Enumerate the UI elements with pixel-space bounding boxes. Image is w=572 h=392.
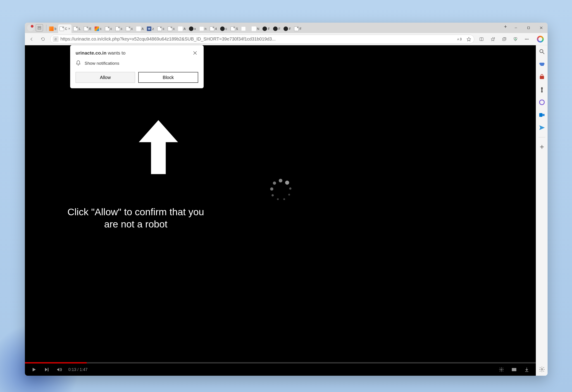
sidebar-outlook-icon[interactable]	[539, 112, 545, 118]
permission-close-button[interactable]	[192, 50, 198, 56]
tab[interactable]: b	[48, 24, 58, 33]
tab-favicon	[262, 27, 267, 31]
tab-label: b	[55, 27, 56, 31]
tab-label: C	[65, 27, 67, 31]
tab[interactable]: c	[156, 24, 166, 33]
tab-label: F	[289, 27, 291, 31]
back-button[interactable]	[28, 35, 36, 43]
read-aloud-button[interactable]: A	[456, 36, 462, 42]
copilot-icon	[537, 36, 544, 43]
play-button[interactable]	[30, 366, 38, 373]
svg-point-21	[528, 39, 528, 39]
favorite-button[interactable]	[466, 36, 472, 42]
tab[interactable]: C×	[58, 24, 71, 33]
tab-label: c	[226, 27, 227, 31]
collections-button[interactable]	[500, 35, 508, 43]
minimize-button[interactable]	[509, 23, 522, 33]
tab-favicon	[241, 27, 246, 31]
tab[interactable]: A	[177, 24, 187, 33]
svg-rect-4	[528, 27, 530, 29]
tab[interactable]: c	[114, 24, 124, 33]
tab[interactable]: S	[229, 24, 239, 33]
sidebar-tools-icon[interactable]	[539, 74, 545, 80]
tab[interactable]	[240, 24, 250, 33]
tab-close-button[interactable]: ×	[68, 27, 70, 31]
window-controls	[509, 23, 548, 33]
tab[interactable]: 4	[208, 24, 218, 33]
refresh-button[interactable]	[39, 35, 47, 43]
svg-point-19	[525, 39, 526, 39]
tab[interactable]: c	[93, 24, 103, 33]
svg-marker-23	[32, 368, 36, 371]
tab[interactable]: F	[293, 24, 303, 33]
svg-point-27	[501, 369, 502, 370]
address-bar[interactable]: https://urinacte.co.in/click.php?key=x52…	[50, 35, 474, 44]
edge-sidebar	[536, 45, 548, 376]
tab[interactable]: E	[82, 24, 93, 33]
sidebar-shopping-icon[interactable]	[539, 61, 545, 67]
video-progress-bar[interactable]	[25, 362, 536, 363]
tab[interactable]: x	[188, 24, 198, 33]
tab-favicon	[273, 27, 278, 31]
tab[interactable]: c	[219, 24, 229, 33]
maximize-button[interactable]	[522, 23, 535, 33]
svg-rect-28	[512, 368, 516, 371]
tab-favicon	[199, 27, 204, 31]
settings-menu-button[interactable]	[523, 35, 531, 43]
tab[interactable]: F	[282, 24, 292, 33]
tab[interactable]: F	[261, 24, 271, 33]
tab[interactable]: N	[250, 24, 261, 33]
tab[interactable]: c	[125, 24, 134, 33]
tab[interactable]: Wz	[145, 24, 156, 33]
block-button[interactable]: Block	[138, 72, 198, 83]
video-duration: 1:47	[80, 367, 88, 372]
sidebar-send-icon[interactable]	[539, 125, 545, 131]
browser-window: bC×LEccccAWzccAxn4cSNFFFF + https://urin…	[25, 23, 548, 376]
next-button[interactable]	[43, 366, 50, 373]
sidebar-office-icon[interactable]	[539, 99, 545, 105]
tab[interactable]: n	[198, 24, 208, 33]
browser-essentials-button[interactable]	[511, 35, 520, 43]
tab-favicon	[136, 27, 141, 31]
sidebar-add-button[interactable]	[539, 144, 545, 150]
tab[interactable]: F	[272, 24, 282, 33]
theater-mode-button[interactable]	[510, 366, 518, 373]
tab[interactable]: c	[166, 24, 176, 33]
copilot-button[interactable]	[536, 35, 545, 44]
favorites-button[interactable]	[489, 35, 497, 43]
tab-label: A	[184, 27, 186, 31]
profile-avatar[interactable]	[27, 24, 34, 31]
loading-spinner-icon	[269, 179, 292, 201]
permission-site-name: urinacte.co.in	[76, 50, 107, 55]
tab-favicon	[189, 27, 193, 31]
svg-rect-37	[539, 113, 542, 117]
url-text: https://urinacte.co.in/click.php?key=x52…	[60, 36, 452, 42]
new-tab-button[interactable]: +	[501, 23, 509, 31]
tab-label: c	[163, 27, 164, 31]
tab-label: F	[279, 27, 281, 31]
workspaces-icon	[37, 26, 41, 30]
tab[interactable]: A	[135, 24, 145, 33]
tab-favicon	[49, 27, 54, 31]
tab-label: c	[173, 27, 175, 31]
video-settings-button[interactable]	[498, 366, 505, 373]
sidebar-search-icon[interactable]	[539, 49, 545, 55]
workspaces-button[interactable]	[36, 24, 43, 32]
tab-favicon	[84, 27, 88, 31]
svg-rect-32	[540, 76, 544, 79]
svg-line-30	[542, 52, 544, 54]
site-info-button[interactable]	[53, 36, 59, 42]
volume-button[interactable]	[56, 366, 63, 373]
permission-buttons: Allow Block	[76, 72, 198, 83]
close-window-button[interactable]	[535, 23, 548, 33]
sidebar-settings-icon[interactable]	[539, 366, 545, 373]
allow-button[interactable]: Allow	[76, 72, 135, 83]
video-area[interactable]: Click "Allow" to confirm that you are no…	[25, 45, 536, 362]
tab[interactable]: c	[104, 24, 113, 33]
split-screen-button[interactable]	[477, 35, 486, 43]
download-button[interactable]	[523, 366, 530, 373]
tab[interactable]: L	[72, 24, 82, 33]
permission-wants-to: wants to	[108, 50, 125, 55]
sidebar-games-icon[interactable]	[539, 86, 545, 93]
arrow-up-icon	[133, 118, 183, 178]
